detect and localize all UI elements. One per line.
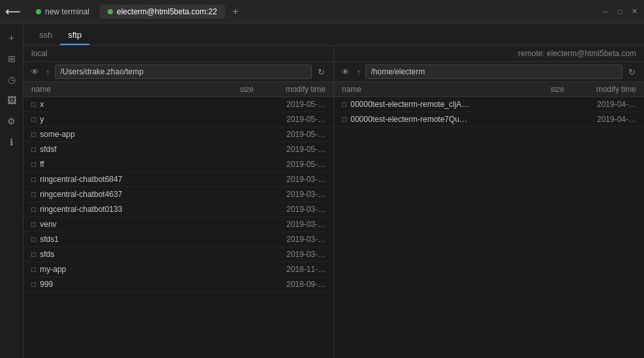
local-refresh-button[interactable]: ↻ <box>314 65 328 79</box>
folder-icon: □ <box>31 280 36 289</box>
file-modify: 2019-05-… <box>254 160 326 169</box>
local-path-row: 👁 ↑ ↻ <box>23 62 333 82</box>
sidebar: + ⊞ ◷ 🖼 ⚙ ℹ <box>0 23 23 358</box>
file-modify: 2019-04-… <box>564 100 636 109</box>
file-modify: 2019-03-… <box>254 190 326 199</box>
remote-col-name: name <box>342 85 499 94</box>
tab-label-new-terminal: new terminal <box>45 7 89 16</box>
file-name: sfdsf <box>40 145 189 154</box>
tab-ssh[interactable]: ssh <box>31 27 60 45</box>
sidebar-icon-add[interactable]: + <box>3 29 21 47</box>
tab-sftp[interactable]: sftp <box>60 27 89 45</box>
list-item[interactable]: □ sfds 2019-03-… <box>23 247 333 262</box>
list-item[interactable]: □ 00000test-electerm-remote7Qu… 2019-04-… <box>334 112 644 127</box>
local-col-modify: modify time <box>254 85 326 94</box>
maximize-button[interactable]: □ <box>615 7 624 16</box>
remote-path-input[interactable] <box>365 65 623 79</box>
file-name: 00000test-electerm-remote_cljA… <box>350 100 499 109</box>
list-item[interactable]: □ some-app 2019-05-… <box>23 127 333 142</box>
tab-new-terminal[interactable]: new terminal <box>28 5 97 19</box>
folder-icon: □ <box>342 100 346 109</box>
list-item[interactable]: □ 999 2018-09-… <box>23 277 333 292</box>
file-name: sfds <box>40 250 189 259</box>
remote-path-row: 👁 ↑ ↻ <box>334 62 644 82</box>
window-controls: ─ □ ✕ <box>601 7 639 16</box>
file-modify: 2019-04-… <box>564 115 636 124</box>
file-name: y <box>40 115 189 124</box>
folder-icon: □ <box>31 130 36 139</box>
remote-up-icon[interactable]: ↑ <box>354 66 363 78</box>
list-item[interactable]: □ ringcentral-chatbot6847 2019-03-… <box>23 172 333 187</box>
file-name: 999 <box>40 280 189 289</box>
file-modify: 2019-05-… <box>254 130 326 139</box>
file-name: ringcentral-chatbot6847 <box>40 175 189 184</box>
file-modify: 2019-03-… <box>254 235 326 244</box>
sidebar-icon-files[interactable]: ⊞ <box>3 50 21 68</box>
remote-eye-icon[interactable]: 👁 <box>339 66 352 78</box>
local-col-size: size <box>189 85 254 94</box>
folder-icon: □ <box>31 100 36 109</box>
folder-icon: □ <box>31 220 36 229</box>
file-modify: 2019-03-… <box>254 205 326 214</box>
file-name: my-app <box>40 265 189 274</box>
folder-icon: □ <box>31 235 36 244</box>
tab-label-electerm: electerm@html5beta.com:22 <box>117 7 217 16</box>
list-item[interactable]: □ ringcentral-chatbot0133 2019-03-… <box>23 202 333 217</box>
list-item[interactable]: □ sfdsf 2019-05-… <box>23 142 333 157</box>
sidebar-icon-info[interactable]: ℹ <box>3 133 21 151</box>
protocol-tabs: ssh sftp <box>23 23 644 46</box>
remote-refresh-button[interactable]: ↻ <box>625 65 639 79</box>
file-name: some-app <box>40 130 189 139</box>
remote-col-modify: modify time <box>564 85 636 94</box>
sidebar-icon-image[interactable]: 🖼 <box>3 91 21 110</box>
local-file-list: □ x 2019-05-… □ y 2019-05-… □ some-app 2… <box>23 97 333 358</box>
list-item[interactable]: □ my-app 2018-11-… <box>23 262 333 277</box>
file-modify: 2019-03-… <box>254 175 326 184</box>
list-item[interactable]: □ x 2019-05-… <box>23 97 333 112</box>
file-name: sfds1 <box>40 235 189 244</box>
file-modify: 2019-05-… <box>254 100 326 109</box>
local-up-icon[interactable]: ↑ <box>44 66 52 78</box>
list-item[interactable]: □ sfds1 2019-03-… <box>23 232 333 247</box>
list-item[interactable]: □ venv 2019-03-… <box>23 217 333 232</box>
local-panel: 👁 ↑ ↻ name size modify time □ x 2019-05-… <box>23 62 334 358</box>
folder-icon: □ <box>31 265 36 274</box>
remote-panel: 👁 ↑ ↻ name size modify time □ 00000test-… <box>334 62 644 358</box>
local-eye-icon[interactable]: 👁 <box>29 66 41 78</box>
file-name: ringcentral-chatbot0133 <box>40 205 189 214</box>
local-file-list-header: name size modify time <box>23 82 333 97</box>
tab-electerm[interactable]: electerm@html5beta.com:22 <box>100 5 225 19</box>
remote-col-size: size <box>499 85 564 94</box>
list-item[interactable]: □ ff 2019-05-… <box>23 157 333 172</box>
title-bar: ⟵ new terminal electerm@html5beta.com:22… <box>0 0 644 23</box>
list-item[interactable]: □ y 2019-05-… <box>23 112 333 127</box>
file-modify: 2019-05-… <box>254 145 326 154</box>
file-modify: 2019-03-… <box>254 220 326 229</box>
remote-file-list-header: name size modify time <box>334 82 644 97</box>
minimize-button[interactable]: ─ <box>601 7 610 16</box>
file-modify: 2018-09-… <box>254 280 326 289</box>
folder-icon: □ <box>342 115 346 124</box>
tab-dot-new-terminal <box>36 9 41 14</box>
local-col-name: name <box>31 85 189 94</box>
file-modify: 2019-05-… <box>254 115 326 124</box>
app-logo: ⟵ <box>5 5 20 18</box>
sidebar-icon-settings[interactable]: ⚙ <box>3 112 21 130</box>
folder-icon: □ <box>31 160 36 169</box>
file-modify: 2018-11-… <box>254 265 326 274</box>
tab-dot-electerm <box>108 9 113 14</box>
file-name: ff <box>40 160 189 169</box>
file-name: venv <box>40 220 189 229</box>
folder-icon: □ <box>31 175 36 184</box>
remote-file-list: □ 00000test-electerm-remote_cljA… 2019-0… <box>334 97 644 358</box>
file-name: 00000test-electerm-remote7Qu… <box>350 115 499 124</box>
local-path-input[interactable] <box>55 65 313 79</box>
close-button[interactable]: ✕ <box>630 7 639 16</box>
list-item[interactable]: □ ringcentral-chatbot4637 2019-03-… <box>23 187 333 202</box>
remote-label: remote: electerm@html5beta.com <box>334 46 644 61</box>
sidebar-icon-history[interactable]: ◷ <box>3 70 21 89</box>
file-name: ringcentral-chatbot4637 <box>40 190 189 199</box>
folder-icon: □ <box>31 145 36 154</box>
list-item[interactable]: □ 00000test-electerm-remote_cljA… 2019-0… <box>334 97 644 112</box>
new-tab-button[interactable]: + <box>228 4 243 20</box>
